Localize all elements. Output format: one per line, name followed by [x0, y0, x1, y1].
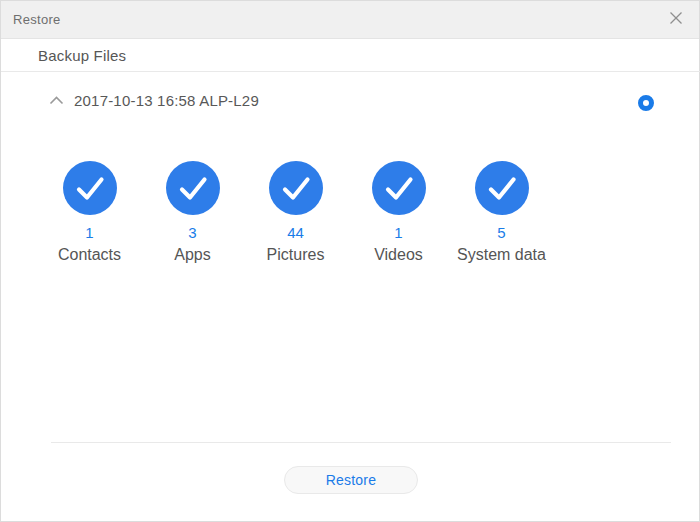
section-header-backup-files: Backup Files [38, 47, 126, 64]
item-label: Pictures [267, 246, 325, 264]
check-icon [63, 161, 117, 215]
restore-button[interactable]: Restore [284, 466, 418, 494]
chevron-up-icon [49, 91, 64, 109]
item-count: 1 [394, 224, 402, 242]
footer-divider [51, 442, 671, 443]
backup-item-videos[interactable]: 1 Videos [347, 161, 450, 264]
restore-dialog: Restore Backup Files 2017-10-13 16:58 AL… [0, 0, 700, 522]
backup-items-row: 1 Contacts 3 Apps 44 Pictures [38, 161, 553, 264]
item-count: 1 [85, 224, 93, 242]
window-title: Restore [13, 12, 61, 27]
check-icon [475, 161, 529, 215]
item-label: Videos [374, 246, 423, 264]
check-icon [166, 161, 220, 215]
check-icon [269, 161, 323, 215]
item-label: System data [457, 246, 546, 264]
close-button[interactable] [661, 1, 691, 39]
backup-entry-label: 2017-10-13 16:58 ALP-L29 [74, 92, 259, 109]
item-count: 44 [287, 224, 304, 242]
radio-selected-icon[interactable] [638, 95, 654, 111]
check-icon [372, 161, 426, 215]
close-icon [669, 11, 683, 29]
backup-item-pictures[interactable]: 44 Pictures [244, 161, 347, 264]
item-label: Apps [174, 246, 210, 264]
item-label: Contacts [58, 246, 121, 264]
backup-item-contacts[interactable]: 1 Contacts [38, 161, 141, 264]
backup-entry-row[interactable]: 2017-10-13 16:58 ALP-L29 [1, 87, 699, 117]
item-count: 5 [497, 224, 505, 242]
item-count: 3 [188, 224, 196, 242]
titlebar: Restore [1, 1, 699, 39]
backup-item-system-data[interactable]: 5 System data [450, 161, 553, 264]
backup-item-apps[interactable]: 3 Apps [141, 161, 244, 264]
collapse-toggle[interactable] [47, 93, 65, 107]
header-divider [1, 71, 700, 72]
